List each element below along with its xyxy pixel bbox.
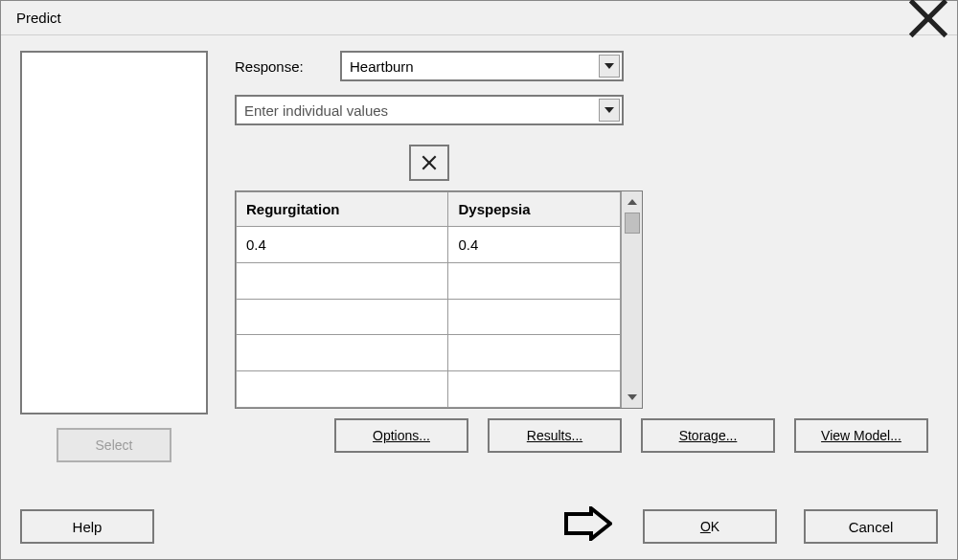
predict-dialog: Predict Select Response: Heartburn xyxy=(0,0,958,560)
values-dropdown-button[interactable] xyxy=(599,99,620,122)
remove-button[interactable] xyxy=(409,145,449,181)
table-cell[interactable] xyxy=(448,299,621,335)
scroll-down-button[interactable] xyxy=(622,387,642,408)
scroll-up-button[interactable] xyxy=(622,191,642,213)
close-button[interactable] xyxy=(907,4,949,33)
table-row[interactable]: 0.4 0.4 xyxy=(237,227,621,263)
ok-button[interactable]: OK xyxy=(643,509,777,544)
table-cell[interactable] xyxy=(237,371,448,408)
window-title: Predict xyxy=(16,10,61,26)
right-column: Response: Heartburn Enter individual val… xyxy=(235,47,938,492)
x-icon xyxy=(422,155,437,170)
values-table[interactable]: Regurgitation Dyspepsia 0.4 0.4 xyxy=(236,191,621,408)
svg-marker-3 xyxy=(604,107,614,113)
column-header-regurgitation[interactable]: Regurgitation xyxy=(237,192,448,227)
table-row[interactable] xyxy=(237,262,621,299)
chevron-down-icon xyxy=(604,107,614,113)
bottom-row: Help OK Cancel xyxy=(20,509,938,544)
svg-marker-2 xyxy=(604,63,614,69)
table-row[interactable] xyxy=(237,371,621,408)
scroll-thumb[interactable] xyxy=(625,213,640,234)
cancel-button[interactable]: Cancel xyxy=(804,509,938,544)
values-row: Enter individual values xyxy=(235,95,938,125)
chevron-down-icon xyxy=(604,63,614,69)
action-button-row: Options... Results... Storage... View Mo… xyxy=(235,418,938,453)
select-button: Select xyxy=(57,428,171,462)
svg-marker-7 xyxy=(627,394,637,400)
view-model-button[interactable]: View Model... xyxy=(794,418,928,453)
response-selected-value: Heartburn xyxy=(350,58,614,75)
chevron-up-icon xyxy=(627,199,637,205)
table-cell[interactable] xyxy=(448,371,621,408)
bottom-left: Help xyxy=(20,509,154,544)
chevron-down-icon xyxy=(627,394,637,400)
table-cell[interactable]: 0.4 xyxy=(448,227,621,263)
remove-row xyxy=(235,145,624,181)
values-grid: Regurgitation Dyspepsia 0.4 0.4 xyxy=(235,190,643,409)
bottom-right: OK Cancel xyxy=(643,509,938,544)
column-header-dyspepsia[interactable]: Dyspepsia xyxy=(448,192,621,227)
table-cell[interactable] xyxy=(237,262,448,299)
values-dropdown[interactable]: Enter individual values xyxy=(235,95,624,125)
values-placeholder-text: Enter individual values xyxy=(244,102,614,119)
response-label: Response: xyxy=(235,58,340,75)
close-icon xyxy=(907,0,949,39)
table-cell[interactable] xyxy=(237,335,448,371)
content-area: Select Response: Heartburn Enter individ… xyxy=(1,35,957,559)
response-dropdown-button[interactable] xyxy=(599,55,620,78)
results-button[interactable]: Results... xyxy=(488,418,622,453)
response-row: Response: Heartburn xyxy=(235,51,938,81)
table-cell[interactable] xyxy=(448,262,621,299)
table-row[interactable] xyxy=(237,299,621,335)
response-dropdown[interactable]: Heartburn xyxy=(340,51,624,81)
upper-panel: Select Response: Heartburn Enter individ… xyxy=(20,47,938,492)
left-column: Select xyxy=(20,47,208,492)
titlebar: Predict xyxy=(1,1,957,35)
table-cell[interactable] xyxy=(448,335,621,371)
table-cell[interactable] xyxy=(237,299,448,335)
table-cell[interactable]: 0.4 xyxy=(237,227,448,263)
help-button[interactable]: Help xyxy=(20,509,154,544)
options-button[interactable]: Options... xyxy=(334,418,468,453)
variables-listbox[interactable] xyxy=(20,51,208,414)
table-scrollbar[interactable] xyxy=(621,191,642,408)
storage-button[interactable]: Storage... xyxy=(641,418,775,453)
table-row[interactable] xyxy=(237,335,621,371)
arrow-annotation-icon xyxy=(562,506,612,544)
svg-marker-6 xyxy=(627,199,637,205)
